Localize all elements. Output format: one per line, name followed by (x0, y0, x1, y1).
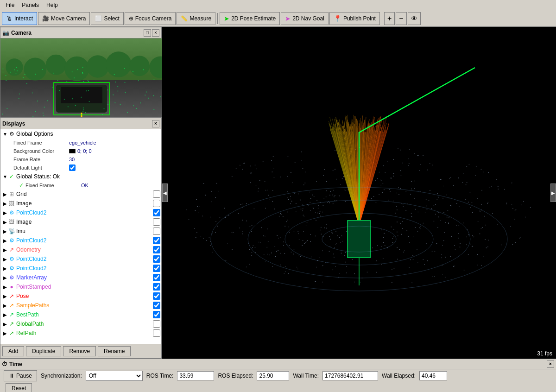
3d-view-left-arrow[interactable]: ◀ (162, 183, 168, 202)
zoom-in-button[interactable]: + (384, 12, 395, 25)
global-status-arrow[interactable]: ▼ (2, 174, 8, 179)
focus-camera-button[interactable]: ⊕ Focus Camera (125, 12, 176, 25)
grid-arrow[interactable]: ▶ (2, 191, 8, 197)
displays-close-button[interactable]: × (152, 120, 159, 127)
pc2-4-arrow[interactable]: ▶ (2, 266, 8, 271)
menu-file[interactable]: File (2, 1, 18, 9)
odometry-checkbox[interactable] (153, 246, 160, 253)
wall-elapsed-input[interactable] (419, 371, 447, 380)
image-2-arrow[interactable]: ▶ (2, 219, 8, 225)
samplepaths-arrow[interactable]: ▶ (2, 303, 8, 308)
markerarray-item[interactable]: ▶ ⚙ MarkerArray (0, 273, 161, 282)
pose-estimate-button[interactable]: ➤ 2D Pose Estimate (220, 12, 280, 25)
displays-content[interactable]: ▼ ⚙ Global Options Fixed Frame ego_vehic… (0, 129, 161, 344)
grid-item[interactable]: ▶ ⊞ Grid (0, 190, 161, 199)
global-status-fixed-frame-row: ✓ Fixed Frame OK (0, 181, 161, 190)
grid-checkbox[interactable] (153, 190, 160, 198)
camera-close-button[interactable]: × (152, 29, 159, 37)
status-check-icon: ✓ (19, 182, 24, 189)
3d-view[interactable]: ◀ ▶ 31 fps (162, 27, 556, 359)
pc2-2-arrow[interactable]: ▶ (2, 238, 8, 243)
image-item-1[interactable]: ▶ 🖼 Image (0, 199, 161, 208)
rename-display-button[interactable]: Rename (98, 346, 131, 356)
reset-button[interactable]: Reset (6, 383, 32, 392)
image-1-icon: 🖼 (8, 200, 15, 207)
publish-point-button[interactable]: 📍 Publish Point (329, 12, 380, 25)
background-color-swatch[interactable] (69, 149, 76, 153)
pointstamped-checkbox[interactable] (153, 283, 160, 291)
menu-help[interactable]: Help (43, 1, 62, 9)
bestpath-checkbox[interactable] (153, 311, 160, 318)
pointcloud2-item-4[interactable]: ▶ ⚙ PointCloud2 (0, 264, 161, 273)
ros-time-input[interactable] (177, 371, 214, 380)
measure-label: Measure (190, 15, 211, 22)
refpath-checkbox[interactable] (153, 329, 160, 337)
pointcloud2-2-checkbox[interactable] (153, 237, 160, 244)
image-item-2[interactable]: ▶ 🖼 Image (0, 217, 161, 227)
pose-checkbox[interactable] (153, 292, 160, 300)
pointcloud2-item-1[interactable]: ▶ ⚙ PointCloud2 (0, 208, 161, 217)
global-status-item[interactable]: ▼ ✓ Global Status: Ok (0, 172, 161, 181)
remove-display-button[interactable]: Remove (63, 346, 96, 356)
ros-elapsed-input[interactable] (257, 371, 289, 380)
zoom-out-button[interactable]: − (396, 12, 406, 25)
pc2-3-arrow[interactable]: ▶ (2, 256, 8, 262)
global-options-arrow[interactable]: ▼ (2, 131, 8, 137)
pointcloud2-3-checkbox[interactable] (153, 255, 160, 263)
pointcloud2-item-2[interactable]: ▶ ⚙ PointCloud2 (0, 236, 161, 245)
pointcloud2-4-checkbox[interactable] (153, 265, 160, 272)
select-button[interactable]: ⬜ Select (91, 12, 123, 25)
globalpath-item[interactable]: ▶ ↗ GlobalPath (0, 319, 161, 329)
globalpath-checkbox[interactable] (153, 320, 160, 328)
menubar: File Panels Help (0, 0, 556, 10)
samplepaths-item[interactable]: ▶ ↗ SamplePaths (0, 301, 161, 310)
refpath-item[interactable]: ▶ ↗ RefPath (0, 329, 161, 338)
pointstamped-item[interactable]: ▶ ● PointStamped (0, 282, 161, 291)
pointcloud2-1-checkbox[interactable] (153, 209, 160, 216)
image-2-checkbox[interactable] (153, 218, 160, 226)
pose-item[interactable]: ▶ ↗ Pose (0, 291, 161, 301)
frame-rate-value[interactable]: 30 (69, 157, 75, 162)
pc2-4-icon: ⚙ (8, 265, 15, 272)
pointcloud2-item-3[interactable]: ▶ ⚙ PointCloud2 (0, 254, 161, 264)
camera-float-button[interactable]: □ (144, 29, 151, 37)
refpath-arrow[interactable]: ▶ (2, 330, 8, 336)
background-color-value[interactable]: 0; 0; 0 (77, 148, 92, 154)
move-camera-button[interactable]: 🎥 Move Camera (38, 12, 90, 25)
imu-checkbox[interactable] (153, 228, 160, 235)
global-options-item[interactable]: ▼ ⚙ Global Options (0, 129, 161, 139)
imu-item[interactable]: ▶ 📡 Imu (0, 227, 161, 236)
add-display-button[interactable]: Add (2, 346, 24, 356)
nav-goal-button[interactable]: ➤ 2D Nav Goal (281, 12, 329, 25)
menu-panels[interactable]: Panels (18, 1, 43, 9)
wall-time-input[interactable] (322, 371, 378, 380)
image-1-arrow[interactable]: ▶ (2, 201, 8, 206)
markerarray-arrow[interactable]: ▶ (2, 275, 8, 280)
odometry-arrow[interactable]: ▶ (2, 247, 8, 253)
duplicate-display-button[interactable]: Duplicate (26, 346, 61, 356)
time-close-button[interactable]: × (547, 360, 554, 368)
default-light-checkbox[interactable] (69, 164, 76, 171)
markerarray-checkbox[interactable] (153, 274, 160, 281)
samplepaths-checkbox[interactable] (153, 302, 160, 309)
pointstamped-arrow[interactable]: ▶ (2, 284, 8, 290)
odometry-item[interactable]: ▶ ↗ Odometry (0, 245, 161, 254)
pc2-1-arrow[interactable]: ▶ (2, 210, 8, 215)
image-1-checkbox[interactable] (153, 200, 160, 207)
view-options-button[interactable]: 👁 (408, 12, 421, 25)
checkmark-icon: ✓ (8, 173, 15, 180)
fixed-frame-value[interactable]: ego_vehicle (69, 140, 96, 145)
measure-button[interactable]: 📏 Measure (177, 12, 215, 25)
bestpath-arrow[interactable]: ▶ (2, 312, 8, 317)
pointcloud2-3-label: PointCloud2 (16, 256, 153, 262)
displays-panel-title: Displays (2, 120, 25, 127)
3d-view-right-arrow[interactable]: ▶ (550, 183, 556, 202)
pose-arrow[interactable]: ▶ (2, 293, 8, 299)
imu-arrow[interactable]: ▶ (2, 228, 8, 234)
sync-select[interactable]: Off Approximate Time Exact Time (86, 371, 143, 381)
frame-rate-row: Frame Rate 30 (0, 155, 161, 164)
bestpath-item[interactable]: ▶ ↗ BestPath (0, 310, 161, 319)
interact-button[interactable]: 🖱 Interact (2, 12, 37, 25)
pause-button[interactable]: ⏸ Pause (4, 370, 37, 381)
globalpath-arrow[interactable]: ▶ (2, 321, 8, 327)
